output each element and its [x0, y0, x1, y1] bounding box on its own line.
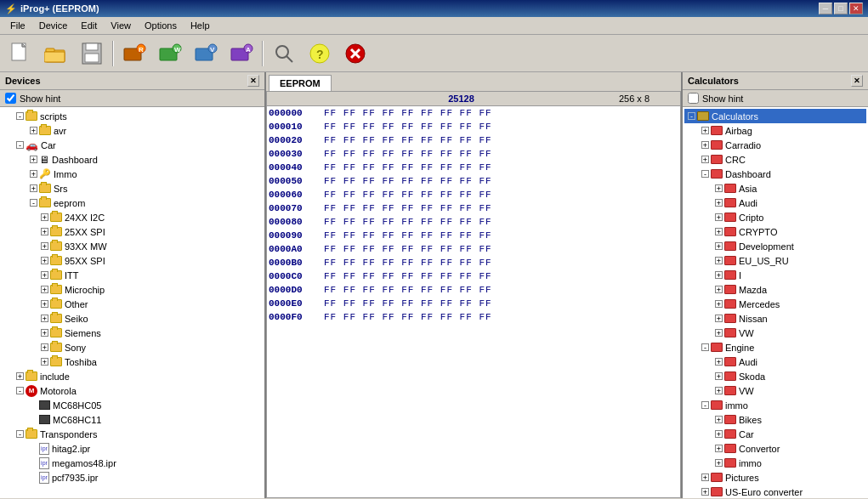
menu-edit[interactable]: Edit	[74, 19, 104, 32]
tree-item-airbag[interactable]: + Airbag	[684, 123, 866, 138]
expander-itt[interactable]: +	[41, 271, 48, 279]
hex-row[interactable]: 000070FF FF FF FF FF FF FF FF FF	[267, 201, 680, 215]
expander-95xxspi[interactable]: +	[41, 257, 48, 264]
expander-dashboard-calc[interactable]: -	[701, 170, 709, 178]
tree-item-car[interactable]: - 🚗 Car	[2, 138, 263, 152]
tree-item-srs[interactable]: + Srs	[2, 181, 263, 196]
expander-us-euro[interactable]: +	[701, 488, 709, 496]
expander-25xxspi[interactable]: +	[41, 228, 48, 235]
tree-item-calculators[interactable]: - Calculators	[684, 109, 866, 123]
expander-dashboard[interactable]: +	[30, 156, 37, 163]
expander-eeprom[interactable]: -	[30, 199, 37, 207]
tree-item-itt[interactable]: + ITT	[2, 268, 263, 282]
expander-sony[interactable]: +	[41, 343, 48, 351]
expander-engine[interactable]: -	[701, 343, 709, 351]
new-button[interactable]	[3, 38, 37, 69]
stop-button[interactable]	[338, 38, 372, 69]
tree-item-seiko[interactable]: + Seiko	[2, 311, 263, 326]
autoread-button[interactable]: A	[224, 38, 258, 69]
expander-24xxi2c[interactable]: +	[41, 213, 48, 221]
tree-item-convertor[interactable]: + Convertor	[684, 441, 866, 456]
save-button[interactable]	[75, 38, 109, 69]
tree-item-motorola[interactable]: - M Motorola	[2, 383, 263, 398]
menu-device[interactable]: Device	[32, 19, 75, 32]
hex-row[interactable]: 000010FF FF FF FF FF FF FF FF FF	[267, 120, 680, 133]
tree-item-asia[interactable]: + Asia	[684, 181, 866, 196]
hex-row[interactable]: 0000C0FF FF FF FF FF FF FF FF FF	[267, 269, 680, 283]
tree-item-crc[interactable]: + CRC	[684, 152, 866, 167]
hex-row[interactable]: 000060FF FF FF FF FF FF FF FF FF	[267, 188, 680, 201]
hex-row[interactable]: 0000D0FF FF FF FF FF FF FF FF FF	[267, 283, 680, 297]
tree-item-mc68hc11[interactable]: MC68HC11	[2, 412, 263, 427]
tree-item-mercedes[interactable]: + Mercedes	[684, 297, 866, 311]
tree-item-i[interactable]: + I	[684, 268, 866, 282]
expander-audi-d[interactable]: +	[715, 199, 723, 207]
tree-item-audi-e[interactable]: + Audi	[684, 354, 866, 369]
expander-crypto[interactable]: +	[715, 228, 723, 235]
tree-item-engine[interactable]: - Engine	[684, 340, 866, 354]
tree-item-megamos48[interactable]: ipr megamos48.ipr	[2, 456, 263, 470]
expander-car[interactable]: -	[16, 141, 24, 149]
calc-show-hint-checkbox[interactable]	[688, 93, 699, 104]
menu-options[interactable]: Options	[138, 19, 184, 32]
tree-item-pcf7935[interactable]: ipr pcf7935.ipr	[2, 470, 263, 485]
minimize-button[interactable]: ─	[819, 3, 832, 14]
hex-view[interactable]: 000000FF FF FF FF FF FF FF FF FF000010FF…	[267, 106, 680, 497]
expander-i[interactable]: +	[715, 271, 723, 279]
tree-item-vw-d[interactable]: + VW	[684, 326, 866, 340]
tree-item-dashboard-calc[interactable]: - Dashboard	[684, 167, 866, 181]
hex-row[interactable]: 000080FF FF FF FF FF FF FF FF FF	[267, 215, 680, 229]
tree-item-car-calc[interactable]: + Car	[684, 427, 866, 441]
tree-item-siemens[interactable]: + Siemens	[2, 326, 263, 340]
hex-row[interactable]: 000030FF FF FF FF FF FF FF FF FF	[267, 147, 680, 161]
tree-item-carradio[interactable]: + Carradio	[684, 138, 866, 152]
expander-mazda[interactable]: +	[715, 286, 723, 293]
hex-row[interactable]: 000040FF FF FF FF FF FF FF FF FF	[267, 161, 680, 174]
hex-row[interactable]: 0000A0FF FF FF FF FF FF FF FF FF	[267, 242, 680, 256]
verify-button[interactable]: V	[189, 38, 223, 69]
tree-item-other[interactable]: + Other	[2, 297, 263, 311]
calculators-tree[interactable]: - Calculators + Airbag + Carradio +	[683, 107, 868, 498]
expander-crc[interactable]: +	[701, 156, 709, 163]
tree-item-93xxmw[interactable]: + 93XX MW	[2, 239, 263, 253]
hex-row[interactable]: 000090FF FF FF FF FF FF FF FF FF	[267, 229, 680, 242]
expander-include[interactable]: +	[16, 372, 24, 380]
menu-help[interactable]: Help	[184, 19, 217, 32]
expander-other[interactable]: +	[41, 300, 48, 308]
hex-row[interactable]: 000020FF FF FF FF FF FF FF FF FF	[267, 133, 680, 147]
tree-item-microchip[interactable]: + Microchip	[2, 282, 263, 297]
search-button[interactable]	[267, 38, 301, 69]
tree-item-vw-e[interactable]: + VW	[684, 383, 866, 398]
expander-srs[interactable]: +	[30, 184, 37, 192]
tree-item-95xxspi[interactable]: + 95XX SPI	[2, 253, 263, 268]
tree-item-toshiba[interactable]: + Toshiba	[2, 354, 263, 369]
expander-development[interactable]: +	[715, 242, 723, 250]
devices-tree[interactable]: - scripts + avr - 🚗 Car	[0, 107, 264, 498]
tree-item-eeprom[interactable]: - eeprom	[2, 196, 263, 210]
tree-item-pictures[interactable]: + Pictures	[684, 470, 866, 485]
expander-convertor[interactable]: +	[715, 445, 723, 452]
expander-airbag[interactable]: +	[701, 127, 709, 134]
tree-item-hitag2[interactable]: ipr hitag2.ipr	[2, 441, 263, 456]
tree-item-immo-sub[interactable]: + immo	[684, 456, 866, 470]
tree-item-immo-calc[interactable]: - immo	[684, 398, 866, 412]
expander-scripts[interactable]: -	[16, 112, 24, 120]
expander-immo-calc[interactable]: -	[701, 401, 709, 409]
expander-seiko[interactable]: +	[41, 315, 48, 322]
expander-immo[interactable]: +	[30, 170, 37, 178]
expander-vw-d[interactable]: +	[715, 329, 723, 337]
tree-item-mazda[interactable]: + Mazda	[684, 282, 866, 297]
restore-button[interactable]: □	[834, 3, 848, 14]
open-button[interactable]	[39, 38, 73, 69]
hex-row[interactable]: 0000F0FF FF FF FF FF FF FF FF FF	[267, 310, 680, 324]
show-hint-checkbox[interactable]	[5, 93, 16, 104]
expander-transponders[interactable]: -	[16, 430, 24, 438]
expander-microchip[interactable]: +	[41, 286, 48, 293]
tree-item-include[interactable]: + include	[2, 369, 263, 383]
expander-calculators[interactable]: -	[688, 112, 695, 120]
hex-row[interactable]: 000000FF FF FF FF FF FF FF FF FF	[267, 106, 680, 120]
tree-item-nissan[interactable]: + Nissan	[684, 311, 866, 326]
expander-mercedes[interactable]: +	[715, 300, 723, 308]
help-button[interactable]: ?	[303, 38, 337, 69]
expander-audi-e[interactable]: +	[715, 358, 723, 366]
